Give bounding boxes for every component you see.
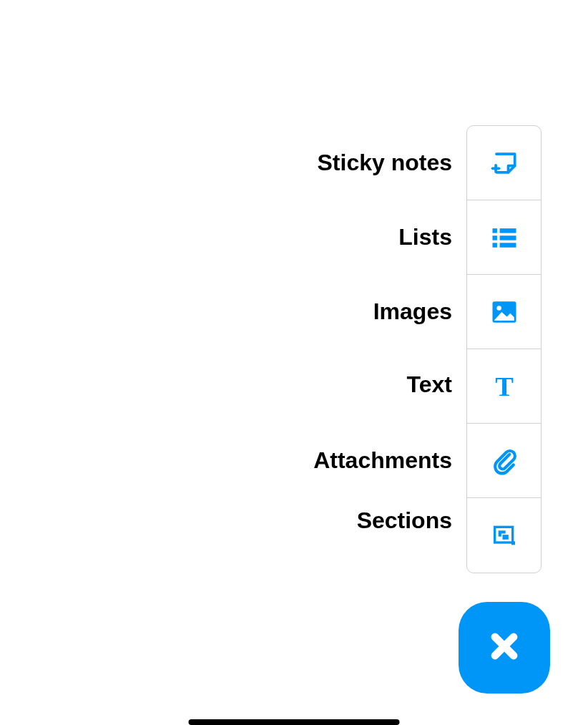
svg-rect-14 [511, 541, 515, 545]
home-indicator [189, 719, 400, 725]
svg-rect-7 [499, 243, 516, 247]
svg-rect-13 [501, 534, 509, 540]
svg-rect-5 [499, 235, 516, 240]
menu-item-text[interactable]: T [467, 349, 541, 424]
svg-rect-2 [492, 228, 496, 233]
svg-rect-3 [499, 228, 516, 233]
menu-item-lists[interactable] [467, 200, 541, 275]
image-icon [489, 296, 520, 328]
menu-label-sections: Sections [357, 507, 452, 534]
svg-text:T: T [495, 371, 514, 401]
add-content-toolbar: T [466, 125, 542, 573]
sections-icon [489, 520, 520, 551]
menu-label-images: Images [373, 298, 452, 325]
close-fab-button[interactable] [459, 602, 550, 694]
attachment-icon [489, 445, 520, 477]
text-icon: T [489, 371, 520, 402]
menu-label-lists: Lists [398, 224, 452, 250]
menu-item-sticky-notes[interactable] [467, 126, 541, 200]
svg-point-9 [496, 306, 501, 310]
menu-label-attachments: Attachments [313, 447, 452, 474]
svg-rect-4 [492, 235, 496, 240]
menu-label-text: Text [407, 371, 452, 398]
svg-rect-6 [492, 243, 496, 247]
sticky-note-icon [489, 147, 520, 179]
menu-label-sticky-notes: Sticky notes [317, 150, 452, 176]
menu-item-attachments[interactable] [467, 424, 541, 498]
menu-item-images[interactable] [467, 275, 541, 349]
close-icon [486, 628, 523, 668]
menu-item-sections[interactable] [467, 498, 541, 573]
list-icon [489, 222, 520, 253]
